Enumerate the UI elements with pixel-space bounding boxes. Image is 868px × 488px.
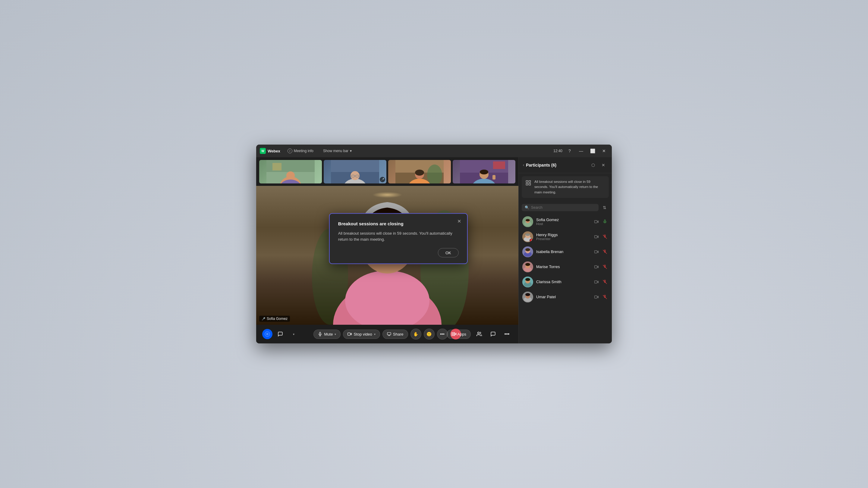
- svg-rect-52: [452, 334, 453, 335]
- svg-marker-75: [597, 251, 598, 253]
- participant-name: Sofia Gomez: [536, 218, 590, 222]
- participant-avatar-marise: [522, 261, 533, 272]
- svg-marker-82: [597, 266, 598, 268]
- panel-collapse-chevron[interactable]: ‹: [523, 163, 524, 167]
- share-button[interactable]: Share: [382, 330, 408, 339]
- info-icon: i: [287, 149, 292, 153]
- participant-item[interactable]: Clarissa Smith: [519, 274, 612, 290]
- toolbar-right: Apps •••: [447, 329, 513, 339]
- participant-info-marise: Marise Torres: [536, 264, 590, 269]
- pop-out-button[interactable]: ⬡: [589, 161, 597, 169]
- participant-name: Marise Torres: [536, 264, 590, 269]
- show-menu-button[interactable]: Show menu bar ▾: [321, 148, 354, 154]
- participant-item[interactable]: Umar Patel: [519, 290, 612, 304]
- mic-muted-icon: [601, 279, 608, 285]
- svg-rect-50: [454, 332, 455, 334]
- more-panel-button[interactable]: •••: [501, 329, 513, 339]
- time-display: 12:40: [553, 149, 562, 153]
- mic-icon-active: [601, 218, 608, 225]
- breakout-grid-icon: [525, 180, 531, 187]
- raise-hand-button[interactable]: ✋: [410, 329, 421, 339]
- svg-point-18: [415, 170, 424, 175]
- participants-button[interactable]: [474, 329, 485, 339]
- participant-item[interactable]: Marise Torres: [519, 259, 612, 274]
- svg-rect-63: [595, 221, 597, 223]
- thumbnail-mute-icon-2: 🎤: [380, 177, 385, 182]
- svg-point-81: [525, 263, 530, 266]
- chat-panel-button[interactable]: [488, 329, 498, 339]
- webex-logo[interactable]: W Webex: [260, 148, 280, 154]
- thumb-figure-4: [453, 160, 516, 184]
- thumbnail-strip: 🎤: [256, 157, 518, 186]
- svg-rect-56: [529, 184, 531, 185]
- search-input[interactable]: [531, 205, 595, 210]
- participant-info-henry: Henry Riggs Presenter: [536, 233, 590, 241]
- svg-marker-96: [597, 296, 598, 298]
- minimize-button[interactable]: —: [577, 147, 585, 155]
- stop-video-button[interactable]: Stop video ▾: [343, 330, 380, 339]
- video-icon: [593, 279, 600, 285]
- sort-button[interactable]: ⇅: [600, 203, 609, 212]
- panel-close-button[interactable]: ✕: [599, 161, 608, 169]
- title-bar-left: W Webex i Meeting info Show menu bar ▾: [260, 147, 354, 155]
- svg-point-4: [286, 171, 295, 180]
- mic-muted-icon: [601, 264, 608, 270]
- webex-logo-icon: W: [260, 148, 266, 154]
- webex-status-icon[interactable]: [262, 329, 273, 339]
- dialog-footer: OK: [338, 248, 459, 258]
- chat-button[interactable]: [275, 329, 286, 339]
- svg-rect-69: [595, 235, 597, 238]
- presenter-badge: !: [530, 238, 533, 242]
- mute-button[interactable]: Mute ▾: [313, 330, 341, 339]
- participant-role: Host: [536, 222, 590, 226]
- svg-rect-57: [526, 184, 528, 185]
- svg-rect-97: [595, 296, 597, 298]
- show-menu-label: Show menu bar: [323, 149, 348, 153]
- help-button[interactable]: ?: [565, 147, 574, 155]
- reactions-button[interactable]: 🙂: [424, 329, 435, 339]
- svg-point-29: [345, 270, 430, 325]
- apps-button[interactable]: Apps: [447, 330, 471, 339]
- chat-dropdown[interactable]: ▾: [288, 329, 299, 339]
- svg-point-41: [266, 333, 269, 335]
- thumbnail-participant-1[interactable]: [259, 160, 322, 184]
- thumbnail-participant-2[interactable]: 🎤: [324, 160, 386, 184]
- main-video: 🎤 Sofia Gomez ✕ Breakout sessions are cl…: [256, 186, 518, 325]
- participant-item[interactable]: Sofia Gomez Host: [519, 214, 612, 229]
- meeting-info-button[interactable]: i Meeting info: [285, 147, 316, 155]
- chevron-down-icon: ▾: [350, 149, 352, 153]
- dialog-close-button[interactable]: ✕: [456, 218, 463, 225]
- svg-rect-21: [493, 161, 505, 169]
- svg-rect-45: [348, 333, 350, 335]
- meeting-info-label: Meeting info: [294, 149, 313, 153]
- svg-marker-62: [597, 221, 598, 223]
- thumbnail-participant-3[interactable]: [388, 160, 451, 184]
- svg-marker-68: [597, 236, 598, 238]
- dialog-ok-button[interactable]: OK: [438, 248, 459, 258]
- webex-logo-text: Webex: [268, 149, 280, 153]
- svg-point-95: [525, 293, 530, 296]
- svg-line-77: [603, 250, 607, 254]
- participant-name: Umar Patel: [536, 295, 590, 299]
- thumbnail-participant-4[interactable]: [453, 160, 516, 184]
- dialog-title: Breakout sessions are closing: [338, 221, 459, 226]
- svg-rect-55: [529, 181, 531, 183]
- participant-info-sofia: Sofia Gomez Host: [536, 218, 590, 226]
- participant-controls-henry: [593, 233, 608, 240]
- participant-avatar-clarissa: [522, 276, 533, 287]
- more-options-button[interactable]: •••: [437, 329, 448, 339]
- mute-chevron[interactable]: ▾: [335, 332, 336, 336]
- app-window: W Webex i Meeting info Show menu bar ▾ 1…: [256, 144, 612, 344]
- stop-video-chevron[interactable]: ▾: [374, 332, 375, 336]
- dialog-message: All breakout sessions will close in 59 s…: [338, 230, 459, 242]
- participant-item[interactable]: ! Henry Riggs Presenter: [519, 229, 612, 244]
- thumb-figure-3: [388, 160, 451, 184]
- mic-muted-icon: [601, 294, 608, 300]
- svg-point-67: [525, 233, 530, 236]
- participant-item[interactable]: Isabella Brenan: [519, 244, 612, 259]
- maximize-button[interactable]: ⬜: [588, 147, 597, 155]
- svg-rect-2: [273, 163, 281, 170]
- svg-line-84: [603, 265, 607, 269]
- close-button[interactable]: ✕: [600, 147, 608, 155]
- breakout-banner-text: All breakout sessions will close in 59 s…: [534, 179, 605, 195]
